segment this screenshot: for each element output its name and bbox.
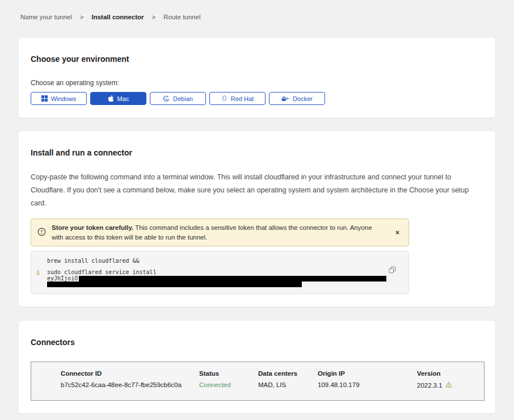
install-connector-description: Copy-paste the following command into a … [31,171,484,210]
connector-origin-ip-value: 109.48.10.179 [318,381,417,389]
apple-logo-icon [108,95,114,102]
os-button-label: Docker [293,95,313,102]
breadcrumb-separator: > [152,14,156,20]
connectors-table: Connector ID Status Data centers Origin … [31,362,484,401]
os-button-label: Debian [173,95,193,102]
redacted-token-bar [47,282,302,287]
column-header-data-centers: Data centers [258,370,318,377]
connector-status-value: Connected [199,381,258,389]
token-prefix: eyJhIjoiO [47,275,78,282]
install-connector-card: Install and run a connector Copy-paste t… [18,131,496,307]
copy-icon [389,267,396,275]
debian-logo-icon [163,95,170,102]
connectors-title: Connectors [31,338,483,347]
connector-id-value: b7c52c42-6caa-48ee-8c77-fbe259cb6c0a [61,381,199,389]
os-button-mac[interactable]: Mac [90,92,146,105]
version-number: 2022.3.1 [417,382,443,389]
warning-triangle-icon [445,381,452,389]
os-button-label: Red Hat [231,95,254,102]
connector-row: b7c52c42-6caa-48ee-8c77-fbe259cb6c0a Con… [61,381,473,389]
tunnel-setup-page: Name your tunnel > Install connector > R… [0,0,514,420]
choose-environment-title: Choose your environment [31,54,483,64]
os-button-label: Windows [51,95,77,102]
breadcrumb: Name your tunnel > Install connector > R… [0,0,514,20]
connector-data-centers-value: MAD, LIS [258,381,318,389]
operating-system-label: Choose an operating system: [31,79,483,87]
warning-message: Store your token carefully.This command … [52,222,384,242]
connectors-card: Connectors Connector ID Status Data cent… [18,320,496,414]
shell-prompt: $ [36,270,47,276]
breadcrumb-step-route-tunnel[interactable]: Route tunnel [163,14,200,20]
os-button-redhat[interactable]: Red Hat [209,92,266,105]
redacted-token-bar [79,276,386,282]
choose-environment-card: Choose your environment Choose an operat… [18,37,496,118]
install-connector-title: Install and run a connector [31,148,483,157]
os-button-group: Windows Mac Debian Red Hat [31,92,483,105]
os-button-windows[interactable]: Windows [31,92,87,105]
breadcrumb-separator: > [80,14,84,20]
os-button-label: Mac [117,95,129,102]
column-header-status: Status [199,370,258,377]
os-button-debian[interactable]: Debian [150,92,206,105]
close-warning-button[interactable]: × [393,228,402,238]
column-header-version: Version [417,370,473,377]
command-token-line: eyJhIjoiO [47,275,386,282]
command-line-2: sudo cloudflared service install [47,269,386,275]
alert-circle-icon [37,228,46,239]
column-header-origin-ip: Origin IP [318,370,417,377]
warning-title: Store your token carefully. [52,224,133,231]
column-header-connector-id: Connector ID [61,370,199,377]
install-command: brew install cloudflared && sudo cloudfl… [47,258,386,287]
token-warning-banner: Store your token carefully.This command … [31,219,409,246]
breadcrumb-step-install-connector[interactable]: Install connector [92,14,144,20]
breadcrumb-step-name-your-tunnel[interactable]: Name your tunnel [20,14,72,20]
redhat-logo-icon [221,95,227,102]
docker-logo-icon [281,95,289,102]
windows-logo-icon [41,95,48,102]
table-header-row: Connector ID Status Data centers Origin … [61,370,473,377]
os-button-docker[interactable]: Docker [269,92,325,105]
command-line-1: brew install cloudflared && [47,258,386,264]
copy-command-button[interactable] [389,266,396,275]
connector-version-value: 2022.3.1 [417,381,473,389]
install-command-code-block: $ brew install cloudflared && sudo cloud… [31,251,409,294]
